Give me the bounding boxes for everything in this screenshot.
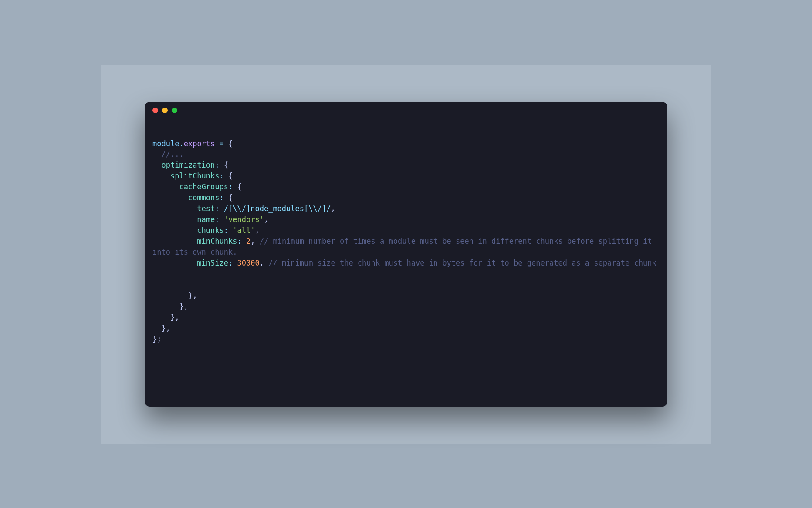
code-indent — [152, 161, 161, 169]
code-token: minSize — [197, 259, 228, 267]
code-token: { — [237, 182, 242, 191]
code-window: module.exports = { //... optimization: {… — [145, 102, 667, 407]
canvas-background: module.exports = { //... optimization: {… — [101, 65, 711, 444]
code-token: }; — [152, 335, 161, 343]
code-token: : — [237, 237, 246, 246]
code-token: splitChunks — [170, 172, 220, 180]
code-token: }, — [152, 324, 170, 333]
code-indent — [152, 226, 197, 235]
code-indent — [152, 172, 170, 180]
code-token: { — [228, 193, 233, 202]
code-token: : — [220, 172, 228, 180]
zoom-icon[interactable] — [172, 108, 177, 113]
code-token: minChunks — [197, 237, 237, 246]
code-token: }, — [152, 291, 197, 300]
code-token: { — [228, 139, 233, 148]
minimize-icon[interactable] — [162, 108, 168, 113]
code-token: module — [152, 139, 179, 148]
code-token: : — [224, 226, 233, 235]
code-token: 30000 — [237, 259, 260, 267]
code-indent — [152, 215, 197, 224]
code-indent — [152, 237, 197, 246]
code-token: 'vendors' — [224, 215, 264, 224]
code-token: { — [224, 161, 228, 169]
close-icon[interactable] — [152, 108, 158, 113]
code-token: : — [228, 182, 237, 191]
code-token: name — [197, 215, 215, 224]
code-token: { — [228, 172, 233, 180]
code-token: }, — [152, 313, 179, 322]
code-indent — [152, 259, 197, 267]
code-token: 'all' — [233, 226, 255, 235]
code-comment: //... — [152, 150, 184, 158]
code-token: 2 — [246, 237, 250, 246]
code-token: exports — [184, 139, 215, 148]
code-token: , — [255, 226, 259, 235]
code-token: cacheGroups — [179, 182, 228, 191]
code-token: }, — [152, 302, 188, 311]
code-token: , — [260, 259, 268, 267]
code-indent — [152, 193, 188, 202]
code-token: : — [215, 161, 223, 169]
code-token: commons — [188, 193, 220, 202]
code-token: test — [197, 204, 215, 213]
window-titlebar — [145, 102, 667, 119]
code-token: : — [228, 259, 237, 267]
code-token: : — [220, 193, 228, 202]
code-token: : — [215, 204, 223, 213]
code-token: /[\\/]node_modules[\\/]/ — [224, 204, 331, 213]
code-comment: // minimum size the chunk must have in b… — [268, 259, 656, 267]
code-token: = — [215, 139, 228, 148]
code-token: . — [179, 139, 183, 148]
code-token: optimization — [161, 161, 215, 169]
code-token: : — [215, 215, 223, 224]
code-token: , — [331, 204, 335, 213]
code-indent — [152, 204, 197, 213]
code-token: , — [264, 215, 268, 224]
code-indent — [152, 182, 179, 191]
code-content: module.exports = { //... optimization: {… — [145, 119, 667, 407]
code-token: , — [250, 237, 259, 246]
code-token: chunks — [197, 226, 223, 235]
